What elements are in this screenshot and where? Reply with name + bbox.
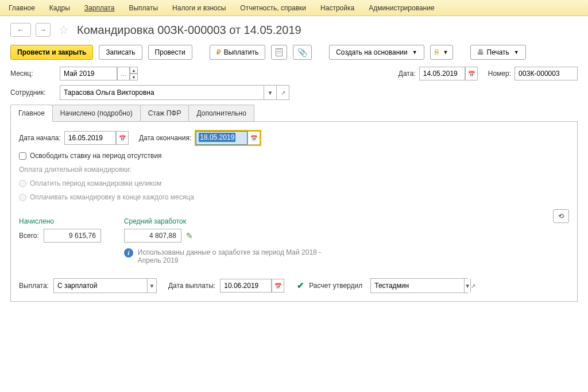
payout-date-input[interactable] (220, 279, 272, 293)
tab-pfr[interactable]: Стаж ПФР (140, 105, 189, 121)
month-down-button[interactable]: ▼ (130, 74, 138, 80)
tabs: Главное Начислено (подробно) Стаж ПФР До… (10, 105, 578, 122)
long-trip-opt1-label: Оплатить период командировки целиком (30, 179, 161, 187)
long-trip-header: Оплата длительной командировки: (19, 166, 569, 174)
date-calendar-button[interactable]: 📅 (465, 67, 478, 80)
refresh-button[interactable]: ⟲ (553, 209, 569, 223)
long-trip-radio-monthly (19, 194, 26, 201)
copy-icon: ⎘ (435, 48, 439, 56)
info-icon: i (124, 248, 133, 258)
chevron-down-icon: ▼ (443, 49, 448, 55)
payout-label: Выплата: (19, 282, 49, 290)
payout-date-calendar-button[interactable]: 📅 (272, 279, 284, 293)
free-rate-checkbox[interactable] (19, 152, 26, 160)
copy-button[interactable]: ⎘▼ (430, 45, 453, 60)
start-date-input[interactable] (64, 131, 116, 145)
start-date-calendar-button[interactable]: 📅 (116, 131, 129, 145)
avg-value[interactable]: 4 807,88 (124, 229, 181, 243)
number-label: Номер: (488, 70, 511, 78)
tab-content-main: Дата начала: 📅 Дата окончания: 18.05.201… (10, 122, 578, 302)
chevron-down-icon: ▼ (412, 49, 417, 55)
create-based-button[interactable]: Создать на основании▼ (329, 45, 424, 60)
employee-label: Сотрудник: (10, 89, 56, 97)
start-date-label: Дата начала: (19, 134, 61, 142)
post-button[interactable]: Провести (148, 45, 192, 60)
long-trip-radio-whole (19, 180, 26, 187)
money-icon: ₽ (216, 48, 221, 56)
approve-label: Расчет утвердил (309, 282, 362, 290)
payout-date-label: Дата выплаты: (168, 282, 215, 290)
month-label: Месяц: (10, 70, 56, 78)
end-date-input[interactable]: 18.05.2019 (196, 131, 247, 145)
check-icon: ✔ (297, 280, 304, 291)
date-input[interactable] (419, 67, 465, 80)
approver-dropdown-button[interactable]: ▼ (464, 279, 470, 293)
page-title: Командировка 00ЗК-000003 от 14.05.2019 (77, 24, 301, 37)
employee-input[interactable] (60, 86, 264, 99)
tab-additional[interactable]: Дополнительно (188, 105, 254, 121)
approver-open-button[interactable]: ↗ (470, 279, 475, 293)
nav-back-button[interactable]: ← (10, 23, 31, 37)
form: Месяц: … ▲ ▼ Дата: 📅 Номер: Сотрудник: ▼… (0, 63, 588, 305)
month-up-button[interactable]: ▲ (130, 67, 138, 74)
nav-forward-button[interactable]: → (36, 23, 51, 37)
topmenu-admin[interactable]: Администрирование (369, 4, 434, 12)
date-label: Дата: (399, 70, 416, 78)
list-button[interactable] (271, 45, 287, 60)
pencil-icon[interactable]: ✎ (186, 231, 193, 240)
month-picker-button[interactable]: … (117, 67, 130, 80)
chevron-down-icon: ▼ (514, 49, 519, 55)
month-spinner: ▲ ▼ (130, 67, 138, 80)
topmenu-hr[interactable]: Кадры (49, 4, 70, 12)
favorite-star-icon[interactable]: ☆ (59, 23, 69, 37)
employee-open-button[interactable]: ↗ (276, 86, 289, 99)
topmenu-main[interactable]: Главное (9, 4, 35, 12)
topmenu-taxes[interactable]: Налоги и взносы (172, 4, 226, 12)
tab-accrued[interactable]: Начислено (подробно) (52, 105, 141, 121)
total-value[interactable]: 9 615,76 (44, 229, 101, 243)
pay-button[interactable]: ₽Выплатить (210, 45, 266, 60)
long-trip-opt2-label: Оплачивать командировку в конце каждого … (30, 193, 194, 201)
printer-icon: 🖶 (477, 48, 484, 56)
toolbar: Провести и закрыть Записать Провести ₽Вы… (0, 41, 588, 63)
print-button[interactable]: 🖶Печать▼ (470, 45, 526, 60)
payout-dropdown-button[interactable]: ▼ (147, 279, 156, 293)
payout-select[interactable] (54, 279, 147, 293)
navbar: ← → ☆ Командировка 00ЗК-000003 от 14.05.… (0, 16, 588, 41)
topmenu-salary[interactable]: Зарплата (84, 4, 115, 12)
month-input[interactable] (60, 67, 117, 80)
free-rate-label: Освободить ставку на период отсутствия (30, 152, 162, 160)
employee-dropdown-button[interactable]: ▼ (264, 86, 276, 99)
tab-main[interactable]: Главное (10, 105, 53, 122)
save-button[interactable]: Записать (99, 45, 142, 60)
accrued-header: Начислено (19, 217, 101, 225)
approver-input[interactable] (371, 279, 464, 293)
submit-close-button[interactable]: Провести и закрыть (10, 45, 93, 60)
topmenu-payouts[interactable]: Выплаты (129, 4, 158, 12)
end-date-label: Дата окончания: (139, 134, 191, 142)
top-menu: Главное Кадры Зарплата Выплаты Налоги и … (0, 0, 588, 16)
paperclip-icon: 📎 (297, 48, 307, 57)
total-label: Всего: (19, 232, 39, 240)
info-text: Использованы данные о заработке за перио… (138, 248, 345, 264)
number-input[interactable] (514, 67, 578, 80)
topmenu-settings[interactable]: Настройка (320, 4, 354, 12)
document-icon (276, 48, 283, 56)
end-date-calendar-button[interactable]: 📅 (247, 131, 260, 145)
attach-button[interactable]: 📎 (293, 45, 312, 60)
topmenu-reports[interactable]: Отчетность, справки (240, 4, 306, 12)
avg-salary-header: Средний заработок (124, 217, 345, 225)
